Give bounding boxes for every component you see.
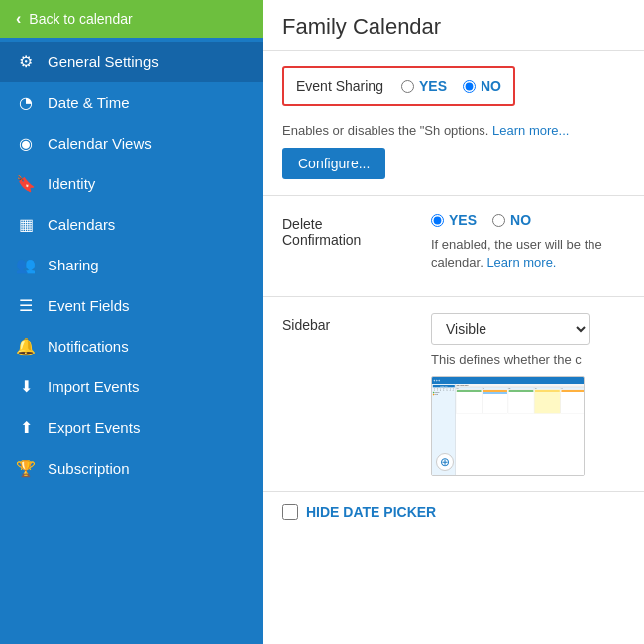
preview-legend: Work Events Personal: [433, 392, 455, 396]
delete-confirmation-learn-more[interactable]: Learn more.: [486, 255, 556, 269]
delete-confirmation-no-option[interactable]: NO: [492, 212, 531, 228]
event-sharing-no-option[interactable]: NO: [463, 78, 501, 94]
page-title: Family Calendar: [282, 14, 624, 40]
sidebar-navigation: ⚙ General Settings ◔ Date & Time ◉ Calen…: [0, 38, 263, 488]
preview-inner: January 2019 S M T W T F S 1: [432, 377, 585, 476]
event-sharing-yes-label: YES: [419, 78, 447, 94]
delete-confirmation-control: YES NO If enabled, the user will be the …: [431, 212, 624, 279]
event-sharing-section: Event Sharing YES NO Enables or disables…: [263, 51, 644, 196]
calendar-preview: January 2019 S M T W T F S 1: [431, 376, 585, 476]
sidebar-item-import-events[interactable]: ⬇ Import Events: [0, 367, 263, 407]
cloud-upload-icon: ⬆: [16, 418, 36, 437]
event-sharing-box: Event Sharing YES NO: [282, 66, 515, 106]
hide-date-picker-label: HIDE DATE PICKER: [306, 504, 436, 520]
preview-mini-grid: S M T W T F S 1 2 3: [433, 388, 455, 391]
sidebar-item-label: Import Events: [48, 378, 140, 395]
delete-confirmation-label: DeleteConfirmation: [282, 212, 411, 248]
calendar-icon: ▦: [16, 215, 36, 234]
event-sharing-yes-option[interactable]: YES: [401, 78, 447, 94]
sidebar-item-label: Calendars: [48, 216, 115, 233]
sidebar: ‹ Back to calendar ⚙ General Settings ◔ …: [0, 0, 263, 644]
event-sharing-no-radio[interactable]: [463, 80, 476, 93]
delete-confirmation-radio-group: YES NO: [431, 212, 624, 228]
delete-confirmation-no-label: NO: [510, 212, 531, 228]
cloud-download-icon: ⬇: [16, 377, 36, 396]
sidebar-item-label: Sharing: [48, 257, 99, 273]
delete-confirmation-yes-label: YES: [449, 212, 477, 228]
sidebar-item-label: Notifications: [48, 338, 129, 355]
sidebar-item-label: General Settings: [48, 54, 159, 70]
sidebar-setting-label: Sidebar: [282, 313, 411, 333]
sidebar-item-subscription[interactable]: 🏆 Subscription: [0, 448, 263, 488]
event-sharing-label: Event Sharing: [296, 78, 383, 94]
eye-icon: ◉: [16, 134, 36, 153]
event-sharing-radio-group: YES NO: [401, 78, 501, 94]
page-header: Family Calendar: [263, 0, 644, 51]
list-icon: ☰: [16, 296, 36, 315]
bookmark-icon: 🔖: [16, 174, 36, 193]
event-sharing-description: Enables or disables the "Sh options. Lea…: [282, 122, 624, 140]
sidebar-item-label: Date & Time: [48, 94, 130, 111]
configure-button[interactable]: Configure...: [282, 148, 385, 179]
zoom-icon[interactable]: ⊕: [436, 453, 454, 471]
delete-confirmation-row: DeleteConfirmation YES NO If enabled, th…: [282, 212, 624, 279]
main-content: Family Calendar Event Sharing YES NO: [263, 0, 644, 644]
hide-date-picker-checkbox[interactable]: [282, 504, 298, 520]
gear-icon: ⚙: [16, 53, 36, 71]
sidebar-item-identity[interactable]: 🔖 Identity: [0, 163, 263, 204]
delete-confirmation-section: DeleteConfirmation YES NO If enabled, th…: [263, 196, 644, 296]
delete-confirmation-yes-option[interactable]: YES: [431, 212, 477, 228]
sidebar-item-date-time[interactable]: ◔ Date & Time: [0, 82, 263, 123]
preview-month-header: January 2019: [433, 385, 455, 387]
preview-dot-3: [438, 380, 440, 382]
sidebar-setting-row: Sidebar Visible Hidden Minimized This de…: [282, 313, 624, 476]
sidebar-item-sharing[interactable]: 👥 Sharing: [0, 245, 263, 285]
preview-cal-grid: January 2019 S M T W T F S 1: [432, 384, 585, 476]
sidebar-setting-section: Sidebar Visible Hidden Minimized This de…: [263, 297, 644, 492]
bell-icon: 🔔: [16, 337, 36, 356]
trophy-icon: 🏆: [16, 459, 36, 478]
sidebar-item-export-events[interactable]: ⬆ Export Events: [0, 407, 263, 448]
sidebar-item-label: Calendar Views: [48, 135, 152, 152]
sidebar-item-label: Event Fields: [48, 297, 130, 314]
sidebar-item-event-fields[interactable]: ☰ Event Fields: [0, 285, 263, 326]
back-button-label: Back to calendar: [29, 11, 132, 27]
hide-date-picker-row: HIDE DATE PICKER: [263, 492, 644, 532]
sidebar-setting-control: Visible Hidden Minimized This defines wh…: [431, 313, 624, 476]
sidebar-item-label: Subscription: [48, 460, 130, 477]
delete-confirmation-description: If enabled, the user will be the calenda…: [431, 236, 624, 271]
event-sharing-learn-more[interactable]: Learn more...: [492, 123, 569, 138]
sidebar-item-label: Identity: [48, 175, 95, 192]
clock-icon: ◔: [16, 93, 36, 112]
users-icon: 👥: [16, 256, 36, 274]
sidebar-item-notifications[interactable]: 🔔 Notifications: [0, 326, 263, 367]
event-sharing-no-label: NO: [481, 78, 501, 94]
event-sharing-yes-radio[interactable]: [401, 80, 414, 93]
sidebar-visibility-select[interactable]: Visible Hidden Minimized: [431, 313, 590, 345]
sidebar-item-calendars[interactable]: ▦ Calendars: [0, 204, 263, 245]
sidebar-item-calendar-views[interactable]: ◉ Calendar Views: [0, 123, 263, 163]
preview-dot-1: [434, 380, 436, 382]
chevron-left-icon: ‹: [16, 10, 21, 28]
delete-confirmation-no-radio[interactable]: [492, 214, 505, 227]
preview-main-cal: Team & Travel Planner Mon Tue Wed Thu Fr…: [456, 384, 585, 476]
sidebar-item-label: Export Events: [48, 419, 140, 436]
preview-header: [432, 377, 585, 384]
sidebar-description: This defines whether the c: [431, 351, 624, 369]
delete-confirmation-yes-radio[interactable]: [431, 214, 444, 227]
back-to-calendar-button[interactable]: ‹ Back to calendar: [0, 0, 263, 38]
sidebar-item-general-settings[interactable]: ⚙ General Settings: [0, 42, 263, 82]
preview-dot-2: [436, 380, 438, 382]
